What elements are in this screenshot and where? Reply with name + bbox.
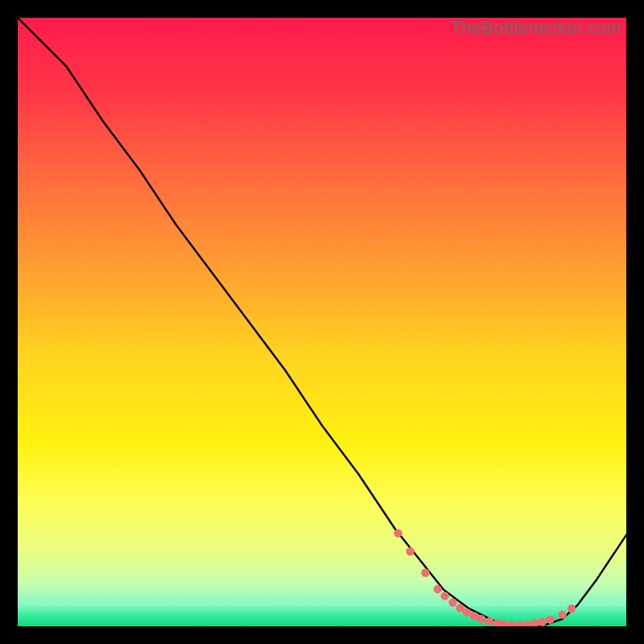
gradient-background xyxy=(18,18,626,626)
curve-marker xyxy=(568,605,576,613)
curve-marker xyxy=(433,585,441,593)
curve-marker xyxy=(546,615,554,623)
curve-marker xyxy=(421,568,429,576)
curve-marker xyxy=(477,615,485,623)
curve-marker xyxy=(441,592,449,600)
curve-marker xyxy=(448,598,456,606)
curve-marker xyxy=(470,612,478,620)
curve-marker xyxy=(538,618,546,626)
curve-marker xyxy=(406,547,414,555)
chart-svg xyxy=(18,18,626,626)
curve-marker xyxy=(394,529,402,537)
curve-marker xyxy=(485,617,493,625)
watermark-label: TheBottlenecker.com xyxy=(451,18,621,39)
chart-frame: TheBottlenecker.com xyxy=(18,18,626,626)
curve-marker xyxy=(463,608,471,616)
curve-marker xyxy=(558,610,566,618)
